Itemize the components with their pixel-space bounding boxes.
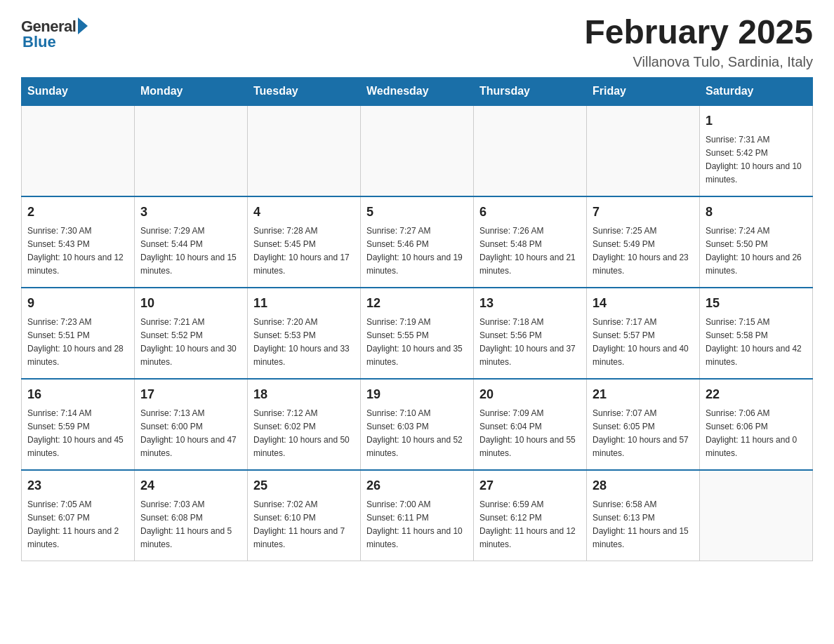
logo: General Blue	[21, 14, 88, 51]
calendar-cell: 7Sunrise: 7:25 AMSunset: 5:49 PMDaylight…	[587, 196, 700, 288]
calendar-cell: 8Sunrise: 7:24 AMSunset: 5:50 PMDaylight…	[700, 196, 813, 288]
day-info: Sunrise: 7:07 AMSunset: 6:05 PMDaylight:…	[593, 407, 694, 461]
day-info: Sunrise: 7:14 AMSunset: 5:59 PMDaylight:…	[27, 407, 128, 461]
day-info: Sunrise: 7:10 AMSunset: 6:03 PMDaylight:…	[366, 407, 468, 461]
day-number: 26	[366, 476, 468, 495]
day-info: Sunrise: 7:27 AMSunset: 5:46 PMDaylight:…	[366, 224, 468, 279]
day-info: Sunrise: 6:59 AMSunset: 6:12 PMDaylight:…	[479, 498, 581, 552]
calendar-body: 1Sunrise: 7:31 AMSunset: 5:42 PMDaylight…	[22, 105, 813, 561]
day-number: 23	[27, 476, 128, 495]
calendar-cell	[474, 105, 587, 196]
day-info: Sunrise: 7:18 AMSunset: 5:56 PMDaylight:…	[479, 316, 581, 370]
day-number: 22	[706, 385, 807, 404]
day-number: 17	[140, 385, 241, 404]
day-of-week-header: Sunday	[22, 77, 135, 105]
calendar-cell: 26Sunrise: 7:00 AMSunset: 6:11 PMDayligh…	[361, 470, 474, 561]
day-info: Sunrise: 7:23 AMSunset: 5:51 PMDaylight:…	[27, 316, 128, 370]
day-info: Sunrise: 7:00 AMSunset: 6:11 PMDaylight:…	[366, 498, 468, 552]
day-number: 6	[479, 203, 581, 222]
day-of-week-header: Monday	[135, 77, 248, 105]
calendar-cell	[700, 470, 813, 561]
day-info: Sunrise: 7:02 AMSunset: 6:10 PMDaylight:…	[253, 498, 355, 552]
calendar-cell: 4Sunrise: 7:28 AMSunset: 5:45 PMDaylight…	[248, 196, 361, 288]
day-info: Sunrise: 7:12 AMSunset: 6:02 PMDaylight:…	[253, 407, 355, 461]
day-number: 18	[253, 385, 355, 404]
calendar-cell	[361, 105, 474, 196]
calendar-title: February 2025	[584, 14, 813, 51]
day-number: 9	[27, 294, 128, 313]
calendar-cell: 14Sunrise: 7:17 AMSunset: 5:57 PMDayligh…	[587, 288, 700, 379]
day-info: Sunrise: 7:13 AMSunset: 6:00 PMDaylight:…	[140, 407, 241, 461]
day-number: 21	[593, 385, 694, 404]
calendar-cell: 18Sunrise: 7:12 AMSunset: 6:02 PMDayligh…	[248, 379, 361, 470]
day-number: 27	[479, 476, 581, 495]
day-info: Sunrise: 7:21 AMSunset: 5:52 PMDaylight:…	[140, 316, 241, 370]
day-number: 14	[593, 294, 694, 313]
calendar-subtitle: Villanova Tulo, Sardinia, Italy	[584, 54, 813, 70]
calendar-week-row: 9Sunrise: 7:23 AMSunset: 5:51 PMDaylight…	[22, 288, 813, 379]
day-number: 11	[253, 294, 355, 313]
calendar-header: SundayMondayTuesdayWednesdayThursdayFrid…	[22, 77, 813, 105]
calendar-cell: 11Sunrise: 7:20 AMSunset: 5:53 PMDayligh…	[248, 288, 361, 379]
calendar-cell: 23Sunrise: 7:05 AMSunset: 6:07 PMDayligh…	[22, 470, 135, 561]
calendar-week-row: 1Sunrise: 7:31 AMSunset: 5:42 PMDaylight…	[22, 105, 813, 196]
day-info: Sunrise: 7:03 AMSunset: 6:08 PMDaylight:…	[140, 498, 241, 552]
title-block: February 2025 Villanova Tulo, Sardinia, …	[584, 14, 813, 70]
calendar-cell: 19Sunrise: 7:10 AMSunset: 6:03 PMDayligh…	[361, 379, 474, 470]
day-number: 16	[27, 385, 128, 404]
calendar-cell: 20Sunrise: 7:09 AMSunset: 6:04 PMDayligh…	[474, 379, 587, 470]
day-number: 5	[366, 203, 468, 222]
day-info: Sunrise: 7:28 AMSunset: 5:45 PMDaylight:…	[253, 224, 355, 279]
day-number: 1	[706, 112, 807, 130]
day-of-week-header: Friday	[587, 77, 700, 105]
calendar-cell	[135, 105, 248, 196]
day-info: Sunrise: 7:26 AMSunset: 5:48 PMDaylight:…	[479, 224, 581, 279]
calendar-cell: 10Sunrise: 7:21 AMSunset: 5:52 PMDayligh…	[135, 288, 248, 379]
calendar-cell: 15Sunrise: 7:15 AMSunset: 5:58 PMDayligh…	[700, 288, 813, 379]
day-number: 3	[140, 203, 241, 222]
calendar-cell: 9Sunrise: 7:23 AMSunset: 5:51 PMDaylight…	[22, 288, 135, 379]
calendar-week-row: 16Sunrise: 7:14 AMSunset: 5:59 PMDayligh…	[22, 379, 813, 470]
day-info: Sunrise: 7:09 AMSunset: 6:04 PMDaylight:…	[479, 407, 581, 461]
calendar-cell	[587, 105, 700, 196]
calendar-cell	[22, 105, 135, 196]
days-of-week-row: SundayMondayTuesdayWednesdayThursdayFrid…	[22, 77, 813, 105]
page-header: General Blue February 2025 Villanova Tul…	[21, 14, 813, 70]
day-number: 10	[140, 294, 241, 313]
day-info: Sunrise: 7:20 AMSunset: 5:53 PMDaylight:…	[253, 316, 355, 370]
calendar-week-row: 2Sunrise: 7:30 AMSunset: 5:43 PMDaylight…	[22, 196, 813, 288]
day-number: 24	[140, 476, 241, 495]
day-of-week-header: Thursday	[474, 77, 587, 105]
day-info: Sunrise: 7:30 AMSunset: 5:43 PMDaylight:…	[27, 224, 128, 279]
day-info: Sunrise: 7:15 AMSunset: 5:58 PMDaylight:…	[706, 316, 807, 370]
day-info: Sunrise: 7:25 AMSunset: 5:49 PMDaylight:…	[593, 224, 694, 279]
day-number: 12	[366, 294, 468, 313]
day-info: Sunrise: 7:29 AMSunset: 5:44 PMDaylight:…	[140, 224, 241, 279]
day-info: Sunrise: 7:05 AMSunset: 6:07 PMDaylight:…	[27, 498, 128, 552]
day-of-week-header: Wednesday	[361, 77, 474, 105]
day-info: Sunrise: 7:31 AMSunset: 5:42 PMDaylight:…	[706, 133, 807, 187]
calendar-cell: 24Sunrise: 7:03 AMSunset: 6:08 PMDayligh…	[135, 470, 248, 561]
calendar-cell	[248, 105, 361, 196]
day-of-week-header: Saturday	[700, 77, 813, 105]
day-number: 7	[593, 203, 694, 222]
day-info: Sunrise: 6:58 AMSunset: 6:13 PMDaylight:…	[593, 498, 694, 552]
logo-arrow-icon	[78, 18, 88, 34]
calendar-cell: 21Sunrise: 7:07 AMSunset: 6:05 PMDayligh…	[587, 379, 700, 470]
day-number: 8	[706, 203, 807, 222]
calendar-cell: 25Sunrise: 7:02 AMSunset: 6:10 PMDayligh…	[248, 470, 361, 561]
day-number: 25	[253, 476, 355, 495]
day-number: 15	[706, 294, 807, 313]
day-number: 19	[366, 385, 468, 404]
calendar-cell: 27Sunrise: 6:59 AMSunset: 6:12 PMDayligh…	[474, 470, 587, 561]
calendar-cell: 1Sunrise: 7:31 AMSunset: 5:42 PMDaylight…	[700, 105, 813, 196]
calendar-cell: 13Sunrise: 7:18 AMSunset: 5:56 PMDayligh…	[474, 288, 587, 379]
day-number: 13	[479, 294, 581, 313]
day-info: Sunrise: 7:24 AMSunset: 5:50 PMDaylight:…	[706, 224, 807, 279]
day-info: Sunrise: 7:17 AMSunset: 5:57 PMDaylight:…	[593, 316, 694, 370]
day-number: 28	[593, 476, 694, 495]
calendar-cell: 3Sunrise: 7:29 AMSunset: 5:44 PMDaylight…	[135, 196, 248, 288]
calendar-week-row: 23Sunrise: 7:05 AMSunset: 6:07 PMDayligh…	[22, 470, 813, 561]
calendar-cell: 16Sunrise: 7:14 AMSunset: 5:59 PMDayligh…	[22, 379, 135, 470]
logo-blue-text: Blue	[22, 33, 56, 51]
